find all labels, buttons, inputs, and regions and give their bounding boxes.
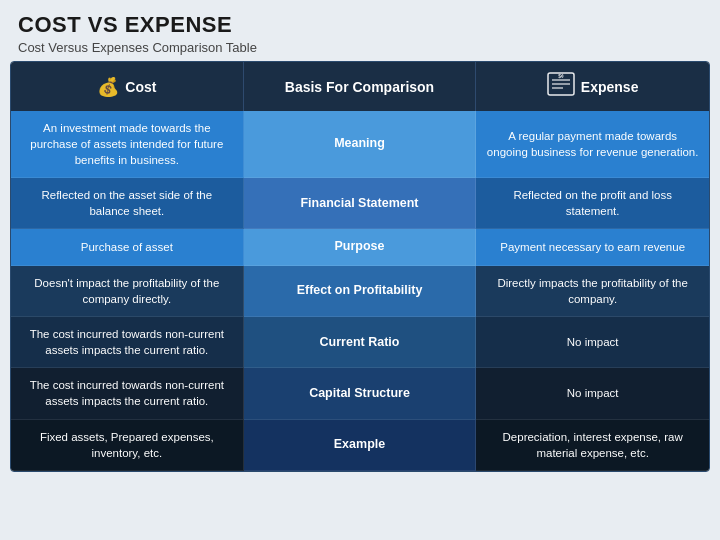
table-body: An investment made towards the purchase … (11, 111, 709, 471)
cell-right-5: No impact (476, 317, 709, 368)
cell-middle-3: Purpose (244, 229, 477, 266)
cell-middle-7: Example (244, 420, 477, 471)
cell-left-4: Doesn't impact the profitability of the … (11, 266, 244, 317)
table-row: Reflected on the asset side of the balan… (11, 178, 709, 229)
cost-icon: 💰 (97, 76, 119, 98)
cell-right-6: No impact (476, 368, 709, 419)
cell-right-3: Payment necessary to earn revenue (476, 229, 709, 266)
cell-middle-5: Current Ratio (244, 317, 477, 368)
cell-left-6: The cost incurred towards non-current as… (11, 368, 244, 419)
page-title: COST VS EXPENSE (18, 12, 702, 38)
table-row: Doesn't impact the profitability of the … (11, 266, 709, 317)
comparison-table: 💰 Cost Basis For Comparison $¢ Expense A… (10, 61, 710, 472)
table-row: The cost incurred towards non-current as… (11, 317, 709, 368)
cell-middle-2: Financial Statement (244, 178, 477, 229)
cell-right-2: Reflected on the profit and loss stateme… (476, 178, 709, 229)
table-row: Fixed assets, Prepared expenses, invento… (11, 420, 709, 471)
expense-icon: $¢ (547, 72, 575, 101)
table-header: 💰 Cost Basis For Comparison $¢ Expense (11, 62, 709, 111)
cell-left-7: Fixed assets, Prepared expenses, invento… (11, 420, 244, 471)
table-row: An investment made towards the purchase … (11, 111, 709, 178)
cell-left-1: An investment made towards the purchase … (11, 111, 244, 178)
cell-left-3: Purchase of asset (11, 229, 244, 266)
cell-right-4: Directly impacts the profitability of th… (476, 266, 709, 317)
cell-middle-6: Capital Structure (244, 368, 477, 419)
cell-middle-1: Meaning (244, 111, 477, 178)
cell-middle-4: Effect on Profitability (244, 266, 477, 317)
page-subtitle: Cost Versus Expenses Comparison Table (18, 40, 702, 55)
col-cost-header: 💰 Cost (11, 62, 244, 111)
cell-left-5: The cost incurred towards non-current as… (11, 317, 244, 368)
cell-left-2: Reflected on the asset side of the balan… (11, 178, 244, 229)
col-expense-header: $¢ Expense (476, 62, 709, 111)
cell-right-1: A regular payment made towards ongoing b… (476, 111, 709, 178)
page-header: COST VS EXPENSE Cost Versus Expenses Com… (0, 0, 720, 61)
cell-right-7: Depreciation, interest expense, raw mate… (476, 420, 709, 471)
table-row: The cost incurred towards non-current as… (11, 368, 709, 419)
col-basis-header: Basis For Comparison (244, 62, 477, 111)
svg-text:$¢: $¢ (558, 73, 564, 79)
table-row: Purchase of asset Purpose Payment necess… (11, 229, 709, 266)
